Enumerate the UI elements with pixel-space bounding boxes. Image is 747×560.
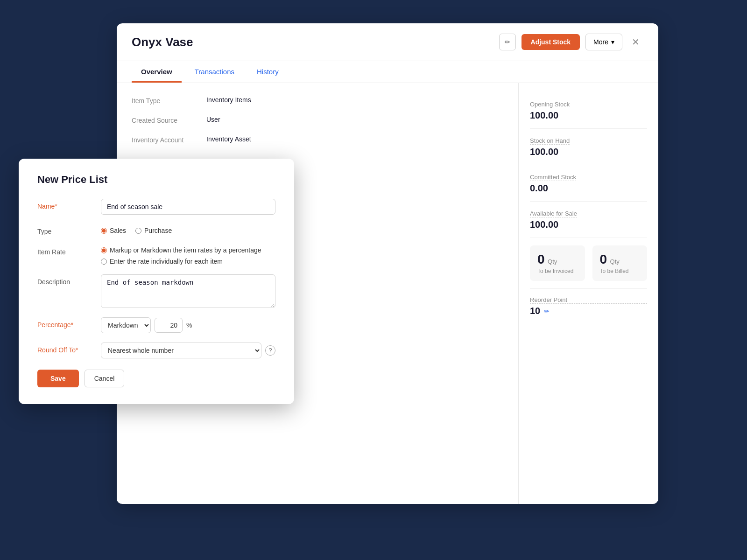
form-row-type: Type Sales Purchase xyxy=(37,224,275,235)
tab-overview[interactable]: Overview xyxy=(132,61,182,83)
reorder-value: 10 xyxy=(530,306,540,316)
available-for-sale-label: Available for Sale xyxy=(530,210,577,217)
reorder-block: Reorder Point 10 ✏ xyxy=(530,289,647,324)
modal-title: New Price List xyxy=(37,174,275,186)
help-icon[interactable]: ? xyxy=(265,345,275,356)
pencil-icon: ✏ xyxy=(505,38,510,46)
item-rate-markup-option[interactable]: Markup or Markdown the item rates by a p… xyxy=(101,246,275,254)
form-row-name: Name* xyxy=(37,199,275,215)
to-be-invoiced-row: 0 Qty xyxy=(537,252,578,267)
modal-actions: Save Cancel xyxy=(37,370,275,387)
committed-stock-block: Committed Stock 0.00 xyxy=(530,165,647,202)
opening-stock-block: Opening Stock 100.00 xyxy=(530,92,647,129)
field-inventory-account: Inventory Account Inventory Asset xyxy=(132,135,503,144)
form-row-round-off: Round Off To* Nearest whole number Neare… xyxy=(37,343,275,358)
to-be-billed-label: To be Billed xyxy=(600,268,640,274)
type-sales-option[interactable]: Sales xyxy=(101,227,126,234)
type-purchase-label: Purchase xyxy=(144,227,172,234)
type-purchase-option[interactable]: Purchase xyxy=(135,227,172,234)
type-control: Sales Purchase xyxy=(101,224,275,234)
field-label-inventory-account: Inventory Account xyxy=(132,135,206,144)
available-for-sale-block: Available for Sale 100.00 xyxy=(530,202,647,238)
percentage-control: Markdown Markup % xyxy=(101,317,275,333)
item-rate-label: Item Rate xyxy=(37,245,93,256)
to-be-billed-unit: Qty xyxy=(610,258,620,265)
field-label-created-source: Created Source xyxy=(132,116,206,124)
opening-stock-label: Opening Stock xyxy=(530,101,570,108)
cancel-button[interactable]: Cancel xyxy=(85,370,125,387)
chevron-down-icon: ▾ xyxy=(611,38,614,46)
tab-history[interactable]: History xyxy=(247,61,288,83)
available-for-sale-value: 100.00 xyxy=(530,219,647,230)
reorder-value-row: 10 ✏ xyxy=(530,306,647,316)
save-button[interactable]: Save xyxy=(37,370,79,387)
item-rate-individual-option[interactable]: Enter the rate individually for each ite… xyxy=(101,258,275,265)
item-rate-markup-radio[interactable] xyxy=(101,247,107,253)
description-control xyxy=(101,274,275,308)
field-value-created-source: User xyxy=(206,116,220,123)
item-rate-control: Markup or Markdown the item rates by a p… xyxy=(101,245,275,265)
description-label: Description xyxy=(37,274,93,286)
description-textarea[interactable] xyxy=(101,274,275,308)
name-input[interactable] xyxy=(101,199,275,215)
name-control xyxy=(101,199,275,215)
more-label: More xyxy=(593,38,608,46)
type-radio-group: Sales Purchase xyxy=(101,224,275,234)
to-be-invoiced-label: To be Invoiced xyxy=(537,268,578,274)
item-rate-individual-radio[interactable] xyxy=(101,259,107,265)
field-label-item-type: Item Type xyxy=(132,96,206,105)
to-be-invoiced-unit: Qty xyxy=(548,258,557,265)
type-label: Type xyxy=(37,224,93,235)
name-label: Name* xyxy=(37,199,93,210)
type-sales-label: Sales xyxy=(110,227,126,234)
close-button[interactable]: ✕ xyxy=(628,35,643,49)
to-be-invoiced-number: 0 xyxy=(537,252,545,266)
field-item-type: Item Type Inventory Items xyxy=(132,96,503,105)
type-sales-radio[interactable] xyxy=(101,228,107,234)
percentage-type-select[interactable]: Markdown Markup xyxy=(101,317,151,333)
item-rate-markup-label: Markup or Markdown the item rates by a p… xyxy=(110,246,261,254)
committed-stock-label: Committed Stock xyxy=(530,174,576,181)
to-be-billed-row: 0 Qty xyxy=(600,252,640,267)
item-rate-options: Markup or Markdown the item rates by a p… xyxy=(101,245,275,265)
to-be-invoiced-block: 0 Qty To be Invoiced xyxy=(530,245,585,281)
to-be-billed-number: 0 xyxy=(600,252,607,266)
adjust-stock-button[interactable]: Adjust Stock xyxy=(521,34,580,50)
more-button[interactable]: More ▾ xyxy=(585,34,622,50)
round-off-label: Round Off To* xyxy=(37,343,93,354)
form-row-item-rate: Item Rate Markup or Markdown the item ra… xyxy=(37,245,275,265)
edit-button[interactable]: ✏ xyxy=(499,34,516,50)
percentage-value-input[interactable] xyxy=(155,318,183,333)
reorder-edit-icon[interactable]: ✏ xyxy=(544,308,550,315)
form-row-percentage: Percentage* Markdown Markup % xyxy=(37,317,275,333)
field-created-source: Created Source User xyxy=(132,116,503,124)
new-price-list-modal: New Price List Name* Type Sales Purchase… xyxy=(19,159,294,404)
round-off-select[interactable]: Nearest whole number Nearest 0.5 None xyxy=(101,343,261,358)
field-value-item-type: Inventory Items xyxy=(206,96,251,104)
tab-transactions[interactable]: Transactions xyxy=(185,61,244,83)
tab-bar: Overview Transactions History xyxy=(117,61,658,83)
round-off-control: Nearest whole number Nearest 0.5 None ? xyxy=(101,343,275,358)
round-row: Nearest whole number Nearest 0.5 None ? xyxy=(101,343,275,358)
stock-on-hand-label: Stock on Hand xyxy=(530,137,570,145)
stock-section: Opening Stock 100.00 Stock on Hand 100.0… xyxy=(518,83,658,504)
item-rate-individual-label: Enter the rate individually for each ite… xyxy=(110,258,223,265)
field-value-inventory-account: Inventory Asset xyxy=(206,135,251,143)
type-purchase-radio[interactable] xyxy=(135,228,141,234)
reorder-label: Reorder Point xyxy=(530,296,647,304)
form-row-description: Description xyxy=(37,274,275,308)
opening-stock-value: 100.00 xyxy=(530,110,647,121)
qty-row: 0 Qty To be Invoiced 0 Qty To be Billed xyxy=(530,238,647,289)
percentage-row: Markdown Markup % xyxy=(101,317,275,333)
stock-on-hand-value: 100.00 xyxy=(530,147,647,157)
stock-on-hand-block: Stock on Hand 100.00 xyxy=(530,129,647,165)
committed-stock-value: 0.00 xyxy=(530,183,647,194)
to-be-billed-block: 0 Qty To be Billed xyxy=(592,245,648,281)
percentage-symbol: % xyxy=(186,322,192,329)
main-header: Onyx Vase ✏ Adjust Stock More ▾ ✕ xyxy=(117,23,658,61)
page-title: Onyx Vase xyxy=(132,35,493,49)
percentage-label: Percentage* xyxy=(37,317,93,329)
